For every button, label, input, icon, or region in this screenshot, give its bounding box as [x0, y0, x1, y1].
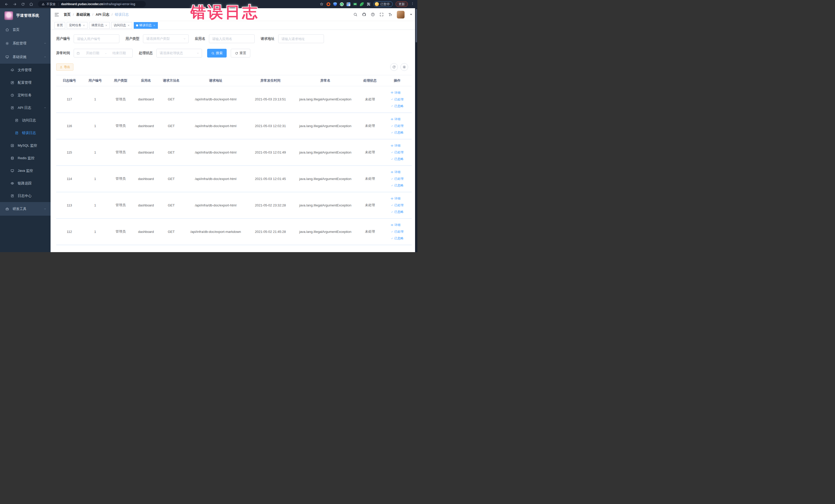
tab-error-log[interactable]: 错误日志 [134, 22, 158, 29]
tab-label: 访问日志 [114, 23, 126, 27]
breadcrumb-item[interactable]: API 日志 [96, 12, 109, 17]
sidebar-item-error-log[interactable]: 错误日志 [0, 126, 50, 139]
extension-switch-icon[interactable]: on [353, 2, 357, 6]
sidebar-item-home[interactable]: 首页 [0, 23, 50, 37]
tab-job[interactable]: 定时任务 [67, 22, 87, 29]
sidebar-item-config-mgmt[interactable]: 配置管理 [0, 76, 50, 89]
ignored-link[interactable]: 已忽略 [391, 156, 404, 162]
sidebar-item-trace[interactable]: 链路追踪 [0, 177, 50, 189]
cell-status: 未处理 [357, 139, 383, 166]
request-url-input[interactable] [278, 35, 324, 43]
breadcrumb-item[interactable]: 首页 [64, 12, 70, 17]
breadcrumb-item[interactable]: 基础设施 [76, 12, 90, 17]
extension-orange-icon[interactable] [326, 2, 330, 6]
sidebar-item-java-monitor[interactable]: Java 监控 [0, 164, 50, 177]
back-icon[interactable] [3, 1, 10, 7]
browser-menu-icon[interactable] [411, 2, 414, 6]
sidebar-item-access-log[interactable]: 访问日志 [0, 114, 50, 126]
export-button[interactable]: 导出 [56, 63, 74, 70]
user-id-input[interactable] [74, 35, 119, 43]
detail-link[interactable]: 详细 [391, 142, 404, 149]
cell-url: /api/infra/db-doc/export-html [184, 86, 247, 113]
reset-button[interactable]: 重置 [231, 49, 250, 58]
detail-link[interactable]: 详细 [391, 222, 404, 228]
app-name-input[interactable] [209, 35, 254, 43]
extension-green-icon[interactable]: y [340, 2, 344, 6]
close-icon[interactable] [83, 24, 85, 27]
sidebar-item-redis-monitor[interactable]: Redis 监控 [0, 152, 50, 164]
cell-app: dashboard [134, 113, 159, 139]
cell-time: 2021-05-03 12:01:45 [247, 166, 293, 192]
close-icon[interactable] [127, 24, 130, 27]
fullscreen-icon[interactable] [380, 12, 384, 17]
browser-home-icon[interactable] [28, 1, 34, 7]
processed-link[interactable]: 已处理 [391, 96, 404, 103]
sidebar-item-api-log[interactable]: API 日志 [0, 101, 50, 114]
extensions-puzzle-icon[interactable] [367, 2, 371, 6]
close-icon[interactable] [105, 24, 107, 27]
refresh-table-button[interactable] [390, 63, 398, 71]
sidebar-item-scheduled-jobs[interactable]: 定时任务 [0, 89, 50, 101]
caret-down-icon[interactable] [409, 12, 413, 17]
extension-grid-icon[interactable] [347, 2, 350, 6]
breadcrumb-item[interactable]: 错误日志 [115, 12, 129, 17]
search-button[interactable]: 搜索 [207, 49, 227, 58]
ignored-link[interactable]: 已忽略 [391, 129, 404, 136]
app: 芋道管理系统 首页系统管理基础设施文件管理配置管理定时任务API 日志访问日志错… [0, 8, 418, 252]
github-icon[interactable] [362, 12, 366, 17]
extension-leaf-icon[interactable] [360, 2, 364, 6]
tab-job-log[interactable]: 调度日志 [89, 22, 110, 29]
update-button[interactable]: 更新 [395, 1, 408, 7]
processed-link[interactable]: 已处理 [391, 228, 404, 235]
page-scrollbar[interactable] [415, 8, 418, 252]
user-avatar[interactable] [397, 11, 405, 19]
ignored-link[interactable]: 已忽略 [391, 235, 404, 242]
cell-actions: 详细已处理已忽略 [383, 113, 412, 139]
user-type-select[interactable]: 请选择用户类型 [143, 35, 189, 43]
cell-exception: java.lang.IllegalArgumentException [293, 192, 357, 219]
detail-link[interactable]: 详细 [391, 116, 404, 122]
sidebar-item-label: 基础设施 [13, 55, 26, 59]
ignored-link[interactable]: 已忽略 [391, 103, 404, 109]
refresh-icon [235, 52, 238, 55]
detail-link[interactable]: 详细 [391, 195, 404, 202]
bookmark-star-icon[interactable] [320, 2, 324, 6]
sidebar-item-dev-tools[interactable]: 研发工具 [0, 202, 50, 216]
sidebar-item-file-mgmt[interactable]: 文件管理 [0, 64, 50, 76]
sidebar-item-infrastructure[interactable]: 基础设施 [0, 50, 50, 64]
close-icon[interactable] [153, 24, 156, 27]
tab-access-log[interactable]: 访问日志 [111, 22, 132, 29]
processed-link[interactable]: 已处理 [391, 175, 404, 182]
processed-link[interactable]: 已处理 [391, 122, 404, 129]
sidebar-item-mysql-monitor[interactable]: MySQL 监控 [0, 139, 50, 152]
address-bar[interactable]: 不安全 dashboard.yudao.iocoder.cn/infra/log… [38, 1, 146, 7]
detail-link[interactable]: 详细 [391, 169, 404, 175]
logo[interactable]: 芋道管理系统 [0, 8, 50, 23]
sidebar-item-log-center[interactable]: 日志中心 [0, 189, 50, 202]
reload-icon[interactable] [20, 1, 26, 7]
table-row: 1151管理员dashboardGET/api/infra/db-doc/exp… [56, 139, 412, 166]
extension-shield-icon[interactable] [333, 2, 337, 6]
status-select[interactable]: 请选择处理状态 [156, 49, 202, 58]
processed-link[interactable]: 已处理 [391, 149, 404, 156]
tab-home[interactable]: 首页 [55, 22, 65, 29]
detail-link[interactable]: 详细 [391, 89, 404, 96]
profile-paused-badge[interactable]: 已暂停 [373, 1, 393, 7]
ignored-link[interactable]: 已忽略 [391, 182, 404, 189]
sidebar-item-system-mgmt[interactable]: 系统管理 [0, 37, 50, 50]
date-range-picker[interactable]: 开始日期 - 结束日期 [74, 49, 133, 58]
search-icon[interactable] [353, 12, 358, 17]
action-label: 已忽略 [394, 208, 404, 215]
cell-url: /api/infra/db-doc/export-html [184, 166, 247, 192]
forward-icon[interactable] [11, 1, 18, 7]
column-settings-button[interactable] [401, 63, 408, 71]
ignored-link[interactable]: 已忽略 [391, 208, 404, 215]
processed-link[interactable]: 已处理 [391, 202, 404, 208]
help-icon[interactable] [371, 12, 375, 17]
hamburger-icon[interactable] [54, 12, 59, 17]
scrollbar-thumb[interactable] [415, 9, 417, 42]
cell-actions: 详细已处理已忽略 [383, 192, 412, 219]
tab-label: 首页 [57, 23, 63, 27]
font-size-icon[interactable] [388, 12, 392, 17]
active-dot [136, 24, 138, 26]
